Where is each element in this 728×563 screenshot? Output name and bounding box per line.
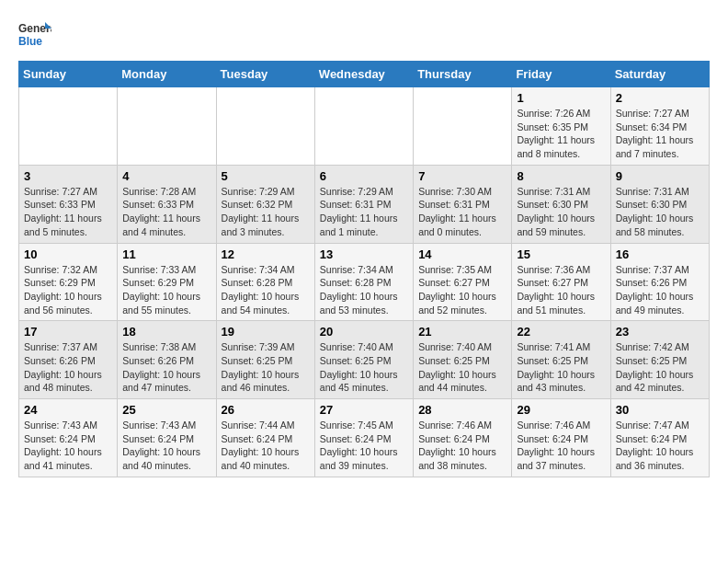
day-number: 29: [517, 403, 605, 417]
calendar-week-5: 24Sunrise: 7:43 AM Sunset: 6:24 PM Dayli…: [19, 399, 710, 477]
calendar-cell: 25Sunrise: 7:43 AM Sunset: 6:24 PM Dayli…: [118, 399, 216, 477]
calendar-cell: 26Sunrise: 7:44 AM Sunset: 6:24 PM Dayli…: [216, 399, 314, 477]
day-number: 7: [418, 169, 506, 183]
day-info: Sunrise: 7:44 AM Sunset: 6:24 PM Dayligh…: [222, 419, 310, 473]
day-info: Sunrise: 7:32 AM Sunset: 6:29 PM Dayligh…: [24, 263, 112, 317]
calendar-table: SundayMondayTuesdayWednesdayThursdayFrid…: [18, 61, 710, 477]
calendar-cell: 19Sunrise: 7:39 AM Sunset: 6:25 PM Dayli…: [216, 321, 314, 399]
calendar-cell: 20Sunrise: 7:40 AM Sunset: 6:25 PM Dayli…: [314, 321, 413, 399]
day-info: Sunrise: 7:46 AM Sunset: 6:24 PM Dayligh…: [418, 419, 506, 473]
calendar-cell: 8Sunrise: 7:31 AM Sunset: 6:30 PM Daylig…: [512, 165, 610, 243]
logo: General Blue: [18, 18, 51, 52]
calendar-cell: [414, 87, 512, 166]
calendar-week-2: 3Sunrise: 7:27 AM Sunset: 6:33 PM Daylig…: [19, 165, 710, 243]
day-number: 30: [616, 403, 704, 417]
calendar-cell: 2Sunrise: 7:27 AM Sunset: 6:34 PM Daylig…: [610, 87, 709, 166]
day-number: 6: [320, 169, 408, 183]
calendar-cell: 27Sunrise: 7:45 AM Sunset: 6:24 PM Dayli…: [314, 399, 413, 477]
day-info: Sunrise: 7:38 AM Sunset: 6:26 PM Dayligh…: [122, 340, 210, 395]
day-number: 1: [517, 91, 605, 105]
calendar-cell: 30Sunrise: 7:47 AM Sunset: 6:24 PM Dayli…: [610, 399, 709, 477]
day-info: Sunrise: 7:29 AM Sunset: 6:32 PM Dayligh…: [222, 185, 310, 239]
calendar-cell: 5Sunrise: 7:29 AM Sunset: 6:32 PM Daylig…: [216, 165, 314, 243]
day-info: Sunrise: 7:42 AM Sunset: 6:25 PM Dayligh…: [616, 340, 704, 395]
calendar-week-4: 17Sunrise: 7:37 AM Sunset: 6:26 PM Dayli…: [19, 321, 710, 399]
day-info: Sunrise: 7:37 AM Sunset: 6:26 PM Dayligh…: [24, 340, 112, 395]
day-info: Sunrise: 7:43 AM Sunset: 6:24 PM Dayligh…: [24, 419, 112, 473]
day-info: Sunrise: 7:34 AM Sunset: 6:28 PM Dayligh…: [222, 263, 310, 317]
column-header-sunday: Sunday: [19, 62, 118, 87]
day-info: Sunrise: 7:34 AM Sunset: 6:28 PM Dayligh…: [320, 263, 408, 317]
day-number: 16: [616, 247, 704, 261]
calendar-cell: 9Sunrise: 7:31 AM Sunset: 6:30 PM Daylig…: [610, 165, 709, 243]
day-info: Sunrise: 7:29 AM Sunset: 6:31 PM Dayligh…: [320, 185, 408, 239]
calendar-cell: 4Sunrise: 7:28 AM Sunset: 6:33 PM Daylig…: [118, 165, 216, 243]
day-number: 26: [222, 403, 310, 417]
day-number: 5: [222, 169, 310, 183]
calendar-cell: 21Sunrise: 7:40 AM Sunset: 6:25 PM Dayli…: [414, 321, 512, 399]
calendar-cell: [118, 87, 216, 166]
calendar-cell: 22Sunrise: 7:41 AM Sunset: 6:25 PM Dayli…: [512, 321, 610, 399]
calendar-cell: 11Sunrise: 7:33 AM Sunset: 6:29 PM Dayli…: [118, 243, 216, 321]
svg-text:Blue: Blue: [18, 35, 42, 48]
day-info: Sunrise: 7:39 AM Sunset: 6:25 PM Dayligh…: [222, 340, 310, 395]
calendar-cell: [216, 87, 314, 166]
day-number: 21: [418, 325, 506, 339]
day-info: Sunrise: 7:27 AM Sunset: 6:34 PM Dayligh…: [616, 107, 704, 161]
day-info: Sunrise: 7:27 AM Sunset: 6:33 PM Dayligh…: [24, 185, 112, 239]
day-number: 11: [122, 247, 210, 261]
calendar-cell: 17Sunrise: 7:37 AM Sunset: 6:26 PM Dayli…: [19, 321, 118, 399]
calendar-cell: [314, 87, 413, 166]
calendar-cell: 28Sunrise: 7:46 AM Sunset: 6:24 PM Dayli…: [414, 399, 512, 477]
day-number: 14: [418, 247, 506, 261]
calendar-cell: [19, 87, 118, 166]
day-info: Sunrise: 7:37 AM Sunset: 6:26 PM Dayligh…: [616, 263, 704, 317]
calendar-cell: 13Sunrise: 7:34 AM Sunset: 6:28 PM Dayli…: [314, 243, 413, 321]
day-number: 17: [24, 325, 112, 339]
calendar-cell: 3Sunrise: 7:27 AM Sunset: 6:33 PM Daylig…: [19, 165, 118, 243]
day-info: Sunrise: 7:31 AM Sunset: 6:30 PM Dayligh…: [616, 185, 704, 239]
calendar-cell: 16Sunrise: 7:37 AM Sunset: 6:26 PM Dayli…: [610, 243, 709, 321]
day-info: Sunrise: 7:31 AM Sunset: 6:30 PM Dayligh…: [517, 185, 605, 239]
day-info: Sunrise: 7:28 AM Sunset: 6:33 PM Dayligh…: [122, 185, 210, 239]
day-info: Sunrise: 7:45 AM Sunset: 6:24 PM Dayligh…: [320, 419, 408, 473]
day-number: 24: [24, 403, 112, 417]
day-number: 12: [222, 247, 310, 261]
day-number: 25: [122, 403, 210, 417]
day-info: Sunrise: 7:33 AM Sunset: 6:29 PM Dayligh…: [122, 263, 210, 317]
calendar-header-row: SundayMondayTuesdayWednesdayThursdayFrid…: [19, 62, 710, 87]
calendar-cell: 12Sunrise: 7:34 AM Sunset: 6:28 PM Dayli…: [216, 243, 314, 321]
day-info: Sunrise: 7:30 AM Sunset: 6:31 PM Dayligh…: [418, 185, 506, 239]
calendar-cell: 14Sunrise: 7:35 AM Sunset: 6:27 PM Dayli…: [414, 243, 512, 321]
day-number: 18: [122, 325, 210, 339]
calendar-cell: 23Sunrise: 7:42 AM Sunset: 6:25 PM Dayli…: [610, 321, 709, 399]
day-info: Sunrise: 7:35 AM Sunset: 6:27 PM Dayligh…: [418, 263, 506, 317]
calendar-week-1: 1Sunrise: 7:26 AM Sunset: 6:35 PM Daylig…: [19, 87, 710, 166]
day-info: Sunrise: 7:36 AM Sunset: 6:27 PM Dayligh…: [517, 263, 605, 317]
page-header: General Blue: [18, 18, 710, 52]
day-number: 19: [222, 325, 310, 339]
day-number: 28: [418, 403, 506, 417]
day-number: 13: [320, 247, 408, 261]
day-number: 15: [517, 247, 605, 261]
day-number: 27: [320, 403, 408, 417]
day-number: 8: [517, 169, 605, 183]
day-number: 22: [517, 325, 605, 339]
logo-icon: General Blue: [18, 18, 51, 52]
calendar-cell: 18Sunrise: 7:38 AM Sunset: 6:26 PM Dayli…: [118, 321, 216, 399]
day-info: Sunrise: 7:26 AM Sunset: 6:35 PM Dayligh…: [517, 107, 605, 161]
day-info: Sunrise: 7:40 AM Sunset: 6:25 PM Dayligh…: [320, 340, 408, 395]
calendar-cell: 29Sunrise: 7:46 AM Sunset: 6:24 PM Dayli…: [512, 399, 610, 477]
calendar-cell: 1Sunrise: 7:26 AM Sunset: 6:35 PM Daylig…: [512, 87, 610, 166]
day-number: 4: [122, 169, 210, 183]
column-header-tuesday: Tuesday: [216, 62, 314, 87]
calendar-cell: 24Sunrise: 7:43 AM Sunset: 6:24 PM Dayli…: [19, 399, 118, 477]
day-number: 2: [616, 91, 704, 105]
calendar-cell: 10Sunrise: 7:32 AM Sunset: 6:29 PM Dayli…: [19, 243, 118, 321]
day-info: Sunrise: 7:47 AM Sunset: 6:24 PM Dayligh…: [616, 419, 704, 473]
column-header-friday: Friday: [512, 62, 610, 87]
column-header-saturday: Saturday: [610, 62, 709, 87]
column-header-wednesday: Wednesday: [314, 62, 413, 87]
calendar-week-3: 10Sunrise: 7:32 AM Sunset: 6:29 PM Dayli…: [19, 243, 710, 321]
day-number: 3: [24, 169, 112, 183]
